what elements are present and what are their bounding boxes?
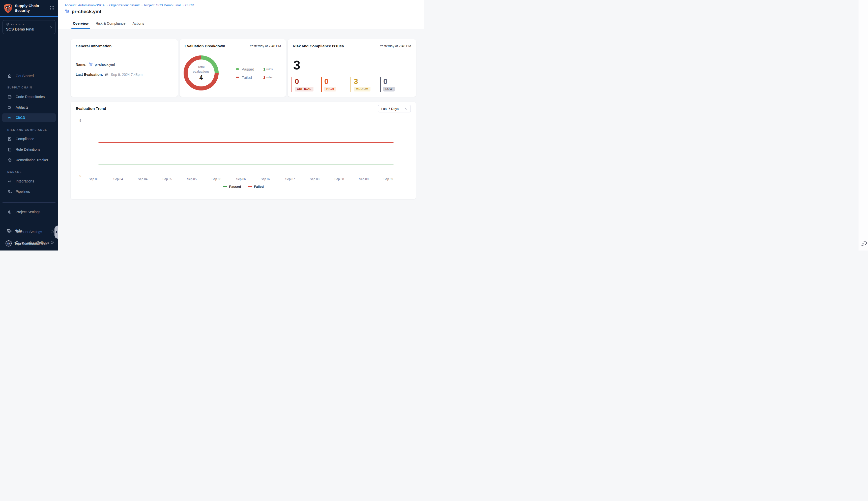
sidebar-nav: Get Started SUPPLY CHAIN Code Repositori… bbox=[0, 33, 58, 223]
risk-compliance-issues-card: Risk and Compliance Issues Yesterday at … bbox=[288, 39, 416, 97]
y-axis-tick-min: 0 bbox=[77, 174, 81, 178]
last-evaluation-value: Sep 9, 2024 7:48pm bbox=[111, 73, 143, 77]
help-button[interactable]: Help bbox=[0, 226, 58, 235]
donut-center: Total evaluations 4 bbox=[188, 60, 215, 86]
user-name: Teja Kummarikuntla bbox=[14, 242, 45, 245]
breadcrumb-project[interactable]: Project: SCS Demo Final bbox=[144, 3, 181, 7]
y-axis-tick-max: 5 bbox=[77, 119, 81, 122]
app-title-line1: Supply Chain bbox=[15, 3, 39, 8]
legend-unit: rules bbox=[266, 76, 273, 79]
sidebar-item-rule-definitions[interactable]: Rule Definitions bbox=[0, 145, 58, 154]
sidebar-item-remediation-tracker[interactable]: Remediation Tracker bbox=[0, 156, 58, 164]
sidebar-item-compliance[interactable]: Compliance bbox=[0, 135, 58, 143]
section-risk-and-compliance: RISK AND COMPLIANCE bbox=[7, 128, 47, 131]
chevron-right-icon bbox=[49, 25, 53, 29]
calendar-icon bbox=[105, 73, 109, 77]
donut-center-label: Total evaluations bbox=[191, 65, 211, 74]
pipeline-icon bbox=[65, 9, 70, 14]
avatar: TK bbox=[6, 241, 12, 246]
project-selector-label: PROJECT bbox=[11, 23, 24, 26]
x-axis-line bbox=[83, 175, 407, 176]
section-manage: MANAGE bbox=[7, 170, 22, 173]
sidebar-item-code-repositories[interactable]: Code Repositories bbox=[0, 93, 58, 101]
app-title: Supply Chain Security bbox=[15, 3, 39, 13]
tab-bar: Overview Risk & Compliance Actions bbox=[58, 18, 424, 29]
legend-label: Passed bbox=[242, 67, 256, 71]
date-range-dropdown[interactable]: Last 7 Days bbox=[378, 105, 411, 113]
sidebar-item-label: Rule Definitions bbox=[15, 147, 40, 151]
sidebar-item-artifacts[interactable]: Artifacts bbox=[0, 103, 58, 111]
supply-chain-security-logo-icon bbox=[3, 3, 13, 13]
date-range-value: Last 7 Days bbox=[381, 107, 399, 111]
gear-icon bbox=[7, 210, 12, 214]
x-axis-label: Sep 07 bbox=[279, 178, 301, 181]
breadcrumb-organization[interactable]: Organization: default bbox=[109, 3, 139, 7]
user-menu[interactable]: TK Teja Kummarikuntla bbox=[0, 239, 58, 248]
section-supply-chain: SUPPLY CHAIN bbox=[7, 86, 32, 89]
tab-overview[interactable]: Overview bbox=[72, 18, 89, 29]
breadcrumb-separator: › bbox=[106, 3, 107, 7]
evaluation-donut-chart: Total evaluations 4 bbox=[184, 55, 219, 90]
failed-dash-icon bbox=[248, 186, 252, 187]
content: General Information Name: pr-check.yml L… bbox=[58, 29, 424, 250]
sidebar-item-cicd[interactable]: CI/CD bbox=[2, 114, 56, 122]
page-title: pr-check.yml bbox=[72, 9, 101, 14]
repository-icon bbox=[7, 95, 12, 99]
sidebar-item-label: Artifacts bbox=[15, 105, 29, 109]
donut-center-value: 4 bbox=[199, 74, 203, 81]
legend-count: 1 bbox=[263, 67, 265, 71]
x-axis-label: Sep 09 bbox=[353, 178, 375, 181]
severity-badge: MEDIUM bbox=[354, 87, 370, 92]
severity-count: 0 bbox=[383, 78, 395, 85]
sidebar-item-label: Integrations bbox=[15, 179, 34, 183]
sidebar-header: Supply Chain Security bbox=[0, 0, 58, 17]
trend-legend: PassedFailed bbox=[71, 185, 416, 189]
breadcrumb-account[interactable]: Account: Automation-SSCA bbox=[65, 3, 105, 7]
sidebar-footer: Help TK Teja Kummarikuntla bbox=[0, 223, 58, 250]
severity-count: 3 bbox=[354, 78, 370, 85]
sidebar-item-project-settings[interactable]: Project Settings bbox=[0, 207, 58, 216]
evaluation-trend-card: Evaluation Trend Last 7 Days 5 0 Sep 03S… bbox=[71, 102, 416, 199]
trend-line-failed bbox=[98, 142, 394, 143]
sidebar-item-integrations[interactable]: Integrations bbox=[0, 177, 58, 185]
x-axis-label: Sep 06 bbox=[205, 178, 228, 181]
module-grid-icon[interactable] bbox=[50, 6, 54, 11]
help-label: Help bbox=[14, 228, 22, 233]
breadcrumb-cicd[interactable]: CI/CD bbox=[185, 3, 194, 7]
artifacts-icon bbox=[7, 105, 12, 110]
tab-actions[interactable]: Actions bbox=[132, 18, 145, 29]
sidebar-item-pipelines[interactable]: Pipelines bbox=[0, 187, 58, 196]
card-title: Evaluation Trend bbox=[76, 106, 106, 111]
sidebar-divider bbox=[2, 202, 55, 203]
card-title: Evaluation Breakdown bbox=[185, 44, 225, 48]
card-title: General Information bbox=[76, 44, 112, 48]
box-icon bbox=[7, 158, 12, 162]
infinity-icon bbox=[7, 115, 12, 120]
severity-badge: CRITICAL bbox=[295, 87, 313, 92]
gridline bbox=[83, 121, 407, 121]
home-icon bbox=[7, 74, 12, 78]
last-evaluation-label: Last Evaluation: bbox=[76, 73, 103, 77]
name-label: Name: bbox=[76, 63, 86, 66]
pipelines-icon bbox=[7, 189, 12, 194]
tab-risk-compliance[interactable]: Risk & Compliance bbox=[95, 18, 126, 29]
cube-icon bbox=[6, 23, 9, 26]
sidebar-item-label: Get Started bbox=[15, 74, 34, 78]
passed-swatch-icon bbox=[236, 68, 239, 70]
sidebar-item-get-started[interactable]: Get Started bbox=[0, 72, 58, 80]
main-area: Account: Automation-SSCA › Organization:… bbox=[58, 0, 424, 250]
trend-line-passed bbox=[98, 164, 394, 165]
x-axis-label: Sep 07 bbox=[254, 178, 277, 181]
project-selector[interactable]: PROJECT SCS Demo Final bbox=[2, 20, 55, 34]
name-value: pr-check.yml bbox=[95, 63, 115, 66]
trend-legend-item-passed: Passed bbox=[223, 185, 241, 189]
project-selector-value: SCS Demo Final bbox=[6, 27, 52, 31]
sidebar-item-label: Pipelines bbox=[15, 190, 30, 193]
severity-badge: HIGH bbox=[324, 87, 336, 92]
app-title-line2: Security bbox=[15, 8, 39, 13]
card-title: Risk and Compliance Issues bbox=[293, 44, 344, 48]
severity-count: 0 bbox=[295, 78, 313, 85]
total-issues-count: 3 bbox=[293, 59, 300, 72]
x-axis-label: Sep 09 bbox=[377, 178, 400, 181]
failed-swatch-icon bbox=[236, 77, 239, 78]
